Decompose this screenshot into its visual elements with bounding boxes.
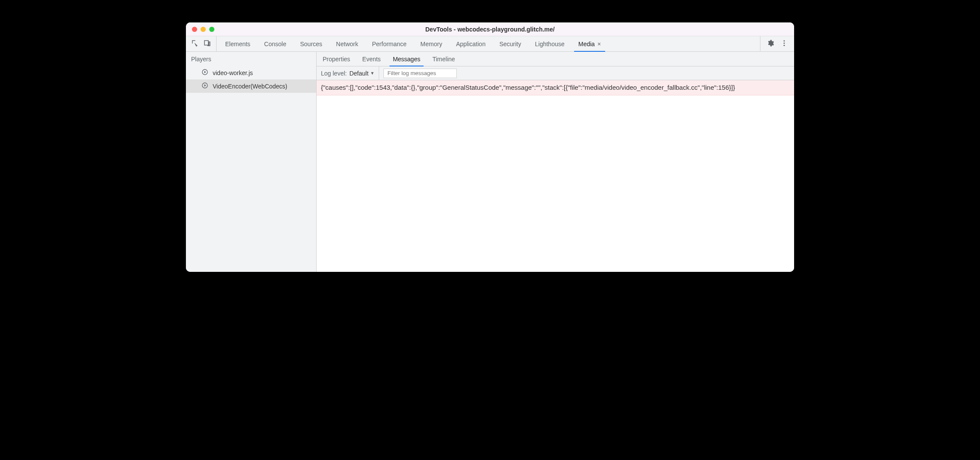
log-message[interactable]: {"causes":[],"code":1543,"data":{},"grou… [317, 80, 794, 95]
panel-tablist: ElementsConsoleSourcesNetworkPerformance… [217, 36, 760, 51]
tab-label: Console [264, 41, 286, 47]
device-toolbar-icon[interactable] [203, 39, 211, 48]
toolbar-right [760, 36, 794, 51]
log-level-value: Default [349, 70, 368, 77]
tab-security[interactable]: Security [493, 36, 528, 51]
subtab-timeline[interactable]: Timeline [426, 52, 461, 66]
tab-label: Application [456, 41, 486, 47]
window-controls [186, 27, 214, 32]
panel-tabbar: ElementsConsoleSourcesNetworkPerformance… [186, 36, 794, 52]
messages-toolbar: Log level: Default ▼ [317, 66, 794, 80]
svg-point-0 [784, 40, 785, 41]
play-icon [201, 82, 208, 90]
tab-application[interactable]: Application [449, 36, 493, 51]
tab-media[interactable]: Media× [572, 36, 608, 51]
tab-console[interactable]: Console [257, 36, 293, 51]
subtab-events[interactable]: Events [356, 52, 387, 66]
players-list: video-worker.jsVideoEncoder(WebCodecs) [186, 66, 316, 93]
subtab-messages[interactable]: Messages [387, 52, 427, 66]
workspace: Players video-worker.jsVideoEncoder(WebC… [186, 52, 794, 272]
tab-sources[interactable]: Sources [293, 36, 329, 51]
tab-lighthouse[interactable]: Lighthouse [528, 36, 572, 51]
tab-label: Memory [421, 41, 443, 47]
subtab-label: Properties [323, 56, 350, 63]
log-level-label: Log level: [321, 70, 347, 77]
log-level-selector[interactable]: Log level: Default ▼ [321, 66, 379, 80]
close-icon[interactable]: × [597, 41, 601, 47]
tab-label: Sources [300, 41, 322, 47]
svg-point-1 [784, 43, 785, 44]
players-sidebar: Players video-worker.jsVideoEncoder(WebC… [186, 52, 317, 272]
media-panel-main: PropertiesEventsMessagesTimeline Log lev… [317, 52, 794, 272]
tab-elements[interactable]: Elements [218, 36, 257, 51]
inspect-element-icon[interactable] [191, 39, 199, 48]
messages-list: {"causes":[],"code":1543,"data":{},"grou… [317, 80, 794, 272]
kebab-menu-icon[interactable] [780, 39, 788, 48]
svg-point-2 [784, 45, 785, 46]
subtab-properties[interactable]: Properties [317, 52, 356, 66]
inspect-tools [186, 36, 217, 51]
window-title: DevTools - webcodecs-playground.glitch.m… [186, 26, 794, 33]
window-titlebar: DevTools - webcodecs-playground.glitch.m… [186, 22, 794, 36]
player-label: VideoEncoder(WebCodecs) [213, 83, 287, 90]
tab-label: Performance [372, 41, 406, 47]
tab-label: Elements [225, 41, 250, 47]
filter-input[interactable] [383, 69, 457, 78]
gear-icon[interactable] [766, 39, 774, 48]
player-item[interactable]: VideoEncoder(WebCodecs) [186, 79, 316, 93]
subtab-label: Timeline [432, 56, 455, 63]
tab-label: Security [499, 41, 521, 47]
media-subtabs: PropertiesEventsMessagesTimeline [317, 52, 794, 66]
tab-memory[interactable]: Memory [414, 36, 449, 51]
player-label: video-worker.js [213, 69, 253, 76]
play-icon [201, 69, 208, 77]
window-zoom-button[interactable] [209, 27, 214, 32]
subtab-label: Messages [393, 56, 421, 63]
subtab-label: Events [362, 56, 381, 63]
tab-label: Lighthouse [535, 41, 565, 47]
tab-performance[interactable]: Performance [365, 36, 413, 51]
window-minimize-button[interactable] [201, 27, 206, 32]
tab-label: Media [578, 41, 595, 47]
player-item[interactable]: video-worker.js [186, 66, 316, 79]
tab-network[interactable]: Network [329, 36, 365, 51]
devtools-window: DevTools - webcodecs-playground.glitch.m… [186, 22, 794, 272]
window-close-button[interactable] [192, 27, 197, 32]
chevron-down-icon: ▼ [370, 71, 374, 76]
tab-label: Network [336, 41, 358, 47]
players-header: Players [186, 52, 316, 66]
